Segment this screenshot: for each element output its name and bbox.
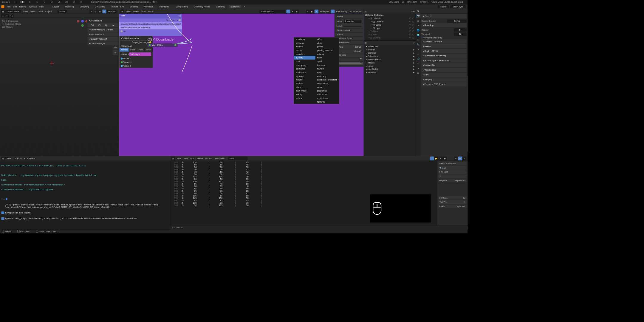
text-line[interactable]: 982550|50|45| — [171, 164, 264, 166]
prop-volumetrics[interactable]: ▸ Volumetrics — [422, 68, 467, 72]
fb-materials[interactable]: ▸ Materials◈ — [364, 71, 416, 74]
ne-p2-icon[interactable]: ● — [315, 10, 318, 13]
txt-view[interactable]: View — [177, 157, 181, 160]
prop-viewport-samples[interactable]: Viewport16 — [422, 32, 467, 36]
txt-syntax-icon[interactable]: ▦ — [458, 157, 462, 160]
feat-item-railway[interactable]: railway — [315, 52, 339, 56]
nn-load-preset[interactable]: Load Node Preset — [335, 37, 363, 40]
npanel-title[interactable]: ▾ Architectural — [87, 18, 118, 23]
outliner-light[interactable]: ▾ ▢ Light👁▢ — [364, 27, 416, 30]
fb-brushes[interactable]: ▸ Brushes◈ — [364, 48, 416, 51]
outliner-camera[interactable]: ▾ ▢ Camera👁▢ — [364, 20, 416, 23]
prop-tab-world-icon[interactable]: 🌍 — [416, 32, 421, 37]
npanel-qto[interactable]: ▸ Quantity Take-off — [87, 37, 118, 41]
tab-comp[interactable]: Compositing — [174, 5, 189, 8]
feat-item-properties[interactable]: properties — [315, 89, 339, 92]
fb-grease-pencil[interactable]: ▸ Grease Pencil◈ — [364, 58, 416, 61]
text-line[interactable]: 9960145|130|30| — [171, 197, 264, 199]
nn-label[interactable]: Label: — [335, 24, 363, 28]
ts-find-hdr[interactable]: ▾ Find & Replace — [438, 162, 467, 165]
txt-run-icon[interactable]: ▶ — [443, 157, 447, 160]
fb-line-styles[interactable]: ▸ Line Styles◈ — [364, 68, 416, 71]
text-line[interactable]: 983590|50|30| — [171, 166, 264, 168]
nn-slider[interactable]: ▾ — [335, 62, 363, 65]
tab-sculpting[interactable]: Sculpting — [78, 5, 90, 8]
feat-item-geological[interactable]: geological — [294, 67, 315, 70]
ws-6[interactable]: VI — [49, 1, 54, 3]
ws-1[interactable]: I — [13, 1, 17, 3]
nn-node-hdr[interactable]: ▾ Node — [335, 15, 363, 18]
feat-item-highway[interactable]: highway — [294, 74, 315, 78]
ne-node[interactable]: Node — [148, 10, 153, 13]
feat-item-features[interactable]: features — [315, 100, 339, 103]
nn-name[interactable]: Name:A Number — [335, 19, 363, 24]
con-view[interactable]: View — [7, 157, 11, 160]
prop-sampling[interactable]: ▾ Sampling — [422, 23, 467, 27]
ws-7[interactable]: VII — [57, 1, 61, 3]
note-path1[interactable]: ome/klx/Nextcloud/unisa/validation/demon… — [119, 22, 182, 26]
menu-help[interactable]: Help — [39, 5, 44, 8]
feat-item-sport[interactable]: sport — [315, 60, 339, 63]
text-line[interactable]: 999550|105|30| — [171, 204, 264, 207]
prop-tab-render-icon[interactable]: 📷 — [416, 13, 421, 18]
ne-examples[interactable]: Examples — [320, 10, 329, 13]
axis-y-neg[interactable] — [81, 24, 84, 27]
feat-item-route[interactable]: route — [315, 56, 339, 59]
feat-item-healthcare[interactable]: healthcare — [294, 71, 315, 74]
ws-4[interactable]: IV — [35, 1, 39, 3]
feat-item-historic[interactable]: historic — [294, 78, 315, 81]
prop-tab-phys-icon[interactable]: ⚛ — [416, 52, 421, 56]
fb-lights[interactable]: ▸ Lights◈ — [364, 64, 416, 68]
feat-item-restrictions[interactable]: restrictions — [315, 96, 339, 100]
feat-item-emergency[interactable]: emergency — [294, 63, 315, 67]
fb-cameras[interactable]: ▸ Cameras◈ — [364, 51, 416, 55]
prop-tab-mat-icon[interactable]: ● — [416, 66, 421, 71]
tab-layout[interactable]: Layout — [51, 5, 61, 8]
osm-int-input[interactable]: ◂ Int: 3000 ▸ — [147, 43, 178, 47]
prop-film[interactable]: ▸ Film — [422, 73, 467, 77]
ne-pin-icon[interactable]: 🛡 — [286, 10, 290, 13]
text-line[interactable]: 985570|50|42| — [171, 171, 264, 173]
tab-address[interactable]: Address — [120, 48, 129, 52]
tab-rendering[interactable]: Rendering — [158, 5, 171, 8]
vp-select[interactable]: Select — [30, 10, 36, 13]
txt-select[interactable]: Select — [197, 157, 203, 160]
ne-type-icon[interactable]: ◈ — [120, 10, 124, 13]
prop-engine[interactable]: Render EngineEevee — [422, 19, 467, 23]
axis-x-neg[interactable] — [77, 20, 80, 23]
txt-templates[interactable]: Templates — [215, 157, 225, 160]
fb-type-icon[interactable]: ▤ — [365, 41, 367, 44]
txt-edit[interactable]: Edit — [191, 157, 194, 160]
ne-p1-icon[interactable]: ◐ — [310, 10, 314, 13]
axis-z[interactable] — [81, 20, 84, 23]
tab-add[interactable]: + — [244, 5, 245, 8]
down-address[interactable]: Address: — [120, 57, 153, 60]
tab-point[interactable]: Point — [137, 48, 145, 52]
feat-item-additional_properties[interactable]: additional_properties — [315, 78, 339, 81]
options[interactable]: Options — [106, 10, 117, 13]
feat-item-water[interactable]: water — [315, 71, 339, 74]
proportional-icon[interactable]: ◎ — [94, 10, 97, 13]
ne-snap-icon[interactable]: ⌖ — [306, 10, 310, 13]
con-iconviewer[interactable]: Icon Viewer — [24, 157, 35, 160]
feat-item-public_transport[interactable]: public_transport — [315, 49, 339, 52]
text-line[interactable]: 9985110|80|70| — [171, 202, 264, 204]
note-path2[interactable]: ome/klx/Nextcloud/unisa/validation — [119, 26, 182, 29]
ws-5[interactable]: V — [42, 1, 47, 3]
outliner-alpha[interactable]: ▾ ▢ Alpha👁▢ — [364, 30, 416, 33]
nn-list-icon[interactable]: ☰ — [335, 58, 363, 61]
prop-subsurface-scattering[interactable]: ▸ Subsurface Scattering — [422, 54, 467, 58]
prop-tab-output-icon[interactable]: 🖨 — [416, 18, 421, 23]
text-line[interactable]: 984050|50|32| — [171, 168, 264, 171]
outliner-gamma[interactable]: ▾ ▢ Gamma👁▢ — [364, 36, 416, 39]
snap-icon[interactable]: ⌖ — [89, 10, 93, 13]
menu-edit[interactable]: Edit — [13, 5, 17, 8]
txt-shield-icon[interactable]: 🛡 — [430, 157, 434, 160]
fb-filter-icon[interactable]: ▽ — [413, 41, 415, 44]
mode-select[interactable]: Object Mode — [5, 10, 21, 13]
tab-modeling[interactable]: Modeling — [63, 5, 75, 8]
feat-item-building[interactable]: building — [294, 56, 315, 59]
blender-icon[interactable] — [1, 5, 4, 8]
feat-item-amenity[interactable]: amenity — [294, 45, 315, 48]
feat-item-power[interactable]: power — [315, 45, 339, 48]
